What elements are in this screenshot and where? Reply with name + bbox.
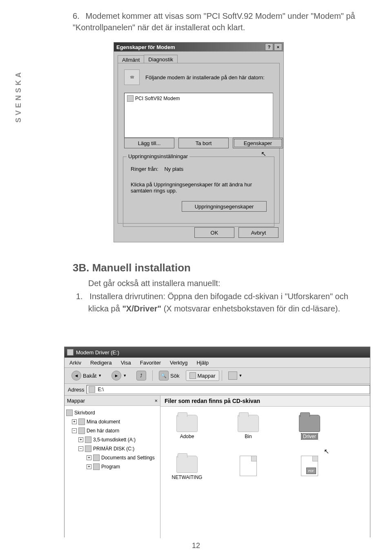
back-button[interactable]: ◄ Bakåt ▼ xyxy=(68,369,105,383)
intro-step-text: Modemet kommer att visas som "PCI SoftV.… xyxy=(73,11,355,32)
file-driver[interactable]: Driver xyxy=(287,415,332,439)
folder-tree[interactable]: Skrivbord + Mina dokument − Den här dato… xyxy=(65,406,160,474)
folders-panel: Mappar × Skrivbord + Mina dokument − xyxy=(65,396,160,538)
expand-icon[interactable]: + xyxy=(78,437,83,442)
folders-icon xyxy=(189,372,196,379)
cursor-icon: ↖ xyxy=(324,448,329,455)
expand-icon[interactable]: + xyxy=(87,455,91,460)
menu-hjalp[interactable]: Hjälp xyxy=(196,360,209,366)
file-view-header: Filer som redan finns på CD-skivan xyxy=(160,396,370,407)
file-pdf[interactable]: PDF xyxy=(287,456,332,480)
menu-arkiv[interactable]: Arkiv xyxy=(69,360,81,366)
dial-settings-group: Uppringningsinställningar Ringer från: N… xyxy=(123,157,274,227)
side-language-label: SVENSKA xyxy=(14,70,23,123)
calling-from-value: Ny plats xyxy=(164,166,183,172)
modem-list-item[interactable]: PCI SoftV92 Modem xyxy=(126,95,271,102)
back-label: Bakåt xyxy=(83,373,96,379)
modem-item-label: PCI SoftV92 Modem xyxy=(135,96,180,101)
drive-icon xyxy=(89,386,95,393)
views-icon xyxy=(228,371,237,380)
collapse-icon[interactable]: − xyxy=(78,446,83,451)
back-dropdown-icon[interactable]: ▼ xyxy=(98,374,102,378)
page-number: 12 xyxy=(0,542,392,550)
folders-panel-title: Mappar xyxy=(67,398,85,404)
menu-visa[interactable]: Visa xyxy=(121,360,131,366)
intro-paragraph: 6. Modemet kommer att visas som "PCI Sof… xyxy=(73,10,367,33)
document-icon xyxy=(240,456,257,476)
modem-properties-dialog: Egenskaper för Modem ? × Allmänt Diagnos… xyxy=(114,42,284,242)
menu-verktyg[interactable]: Verktyg xyxy=(170,360,187,366)
forward-button[interactable]: ► ▼ xyxy=(108,369,130,383)
menu-redigera[interactable]: Redigera xyxy=(90,360,112,366)
explorer-menubar: Arkiv Redigera Visa Favoriter Verktyg Hj… xyxy=(65,358,370,368)
tree-mydocs[interactable]: + Mina dokument xyxy=(66,417,158,426)
computer-icon xyxy=(78,427,85,434)
help-button[interactable]: ? xyxy=(265,43,273,51)
address-label: Adress xyxy=(68,387,84,393)
desktop-icon xyxy=(66,410,73,416)
search-icon: 🔍 xyxy=(159,371,169,380)
folder-icon xyxy=(176,456,198,473)
step1-cont: (X motsvarar enhetsbokstaven för din cd-… xyxy=(164,304,340,313)
explorer-titlebar[interactable]: Modem Driver (E:) xyxy=(65,347,370,358)
folder-icon xyxy=(93,454,100,461)
folders-panel-close[interactable]: × xyxy=(154,398,158,404)
folder-icon xyxy=(299,415,320,432)
explorer-title-icon xyxy=(67,349,74,356)
dialog-titlebar[interactable]: Egenskaper för Modem ? × xyxy=(114,43,283,51)
up-icon: ⤴ xyxy=(136,371,146,380)
tab-diagnostics[interactable]: Diagnostik xyxy=(144,55,178,64)
intro-step-number: 6. xyxy=(73,10,83,22)
file-netwaiting[interactable]: NETWAITING xyxy=(165,456,209,480)
section-heading: 3B. Manuell installation xyxy=(73,262,191,274)
views-dropdown-icon[interactable]: ▼ xyxy=(239,374,243,378)
tab-panel: ☎ Följande modem är installerade på den … xyxy=(118,63,280,224)
tree-program[interactable]: + Program xyxy=(66,462,158,471)
file-adobe[interactable]: Adobe xyxy=(165,415,209,439)
views-button[interactable]: ▼ xyxy=(225,369,246,382)
modem-list[interactable]: PCI SoftV92 Modem xyxy=(124,93,273,138)
explorer-window: Modem Driver (E:) Arkiv Redigera Visa Fa… xyxy=(64,347,370,537)
search-button[interactable]: 🔍 Sök xyxy=(155,369,183,383)
up-button[interactable]: ⤴ xyxy=(133,369,150,383)
collapse-icon[interactable]: − xyxy=(72,428,77,433)
dialog-title: Egenskaper för Modem xyxy=(116,44,175,50)
drive-icon xyxy=(85,445,91,452)
folder-icon xyxy=(176,415,198,432)
section-body: Det går också att installera manuellt: 1… xyxy=(73,277,367,316)
close-button[interactable]: × xyxy=(274,43,282,51)
file-bin[interactable]: Bin xyxy=(226,415,271,439)
folder-icon xyxy=(93,463,100,470)
tree-primdisk[interactable]: − PRIMÄR DISK (C:) xyxy=(66,444,158,453)
modem-item-icon xyxy=(127,95,134,102)
expand-icon[interactable]: + xyxy=(72,419,77,424)
address-bar: Adress E:\ xyxy=(65,384,370,396)
menu-favoriter[interactable]: Favoriter xyxy=(140,360,161,366)
address-value: E:\ xyxy=(98,387,104,392)
step1-bold: "X/Driver" xyxy=(122,304,161,313)
folder-icon xyxy=(238,415,259,432)
step1-number: 1. xyxy=(76,292,83,301)
folders-button[interactable]: Mappar xyxy=(186,370,219,381)
installed-modems-label: Följande modem är installerade på den hä… xyxy=(145,74,265,81)
properties-button[interactable]: Egenskaper xyxy=(233,138,283,148)
search-label: Sök xyxy=(170,373,179,379)
file-document[interactable] xyxy=(226,456,271,480)
explorer-toolbar: ◄ Bakåt ▼ ► ▼ ⤴ 🔍 Sök Mappar xyxy=(65,368,370,384)
tree-desktop[interactable]: Skrivbord xyxy=(66,408,158,417)
forward-dropdown-icon[interactable]: ▼ xyxy=(123,374,127,378)
explorer-title-text: Modem Driver (E:) xyxy=(76,349,119,356)
floppy-icon xyxy=(85,436,91,443)
tree-mycomputer[interactable]: − Den här datorn xyxy=(66,426,158,435)
driver-label-selected: Driver xyxy=(301,434,318,439)
dial-properties-button[interactable]: Uppringningsegenskaper xyxy=(182,201,267,212)
ok-button[interactable]: OK xyxy=(194,227,234,238)
tree-floppy[interactable]: + 3,5-tumsdiskett (A:) xyxy=(66,435,158,444)
remove-button[interactable]: Ta bort xyxy=(178,138,229,148)
expand-icon[interactable]: + xyxy=(87,464,91,469)
dial-settings-title: Uppringningsinställningar xyxy=(127,153,189,159)
cancel-button[interactable]: Avbryt xyxy=(238,227,278,238)
add-button[interactable]: Lägg till... xyxy=(124,138,174,148)
tree-docs-settings[interactable]: + Documents and Settings xyxy=(66,453,158,462)
address-field[interactable]: E:\ xyxy=(87,385,370,394)
